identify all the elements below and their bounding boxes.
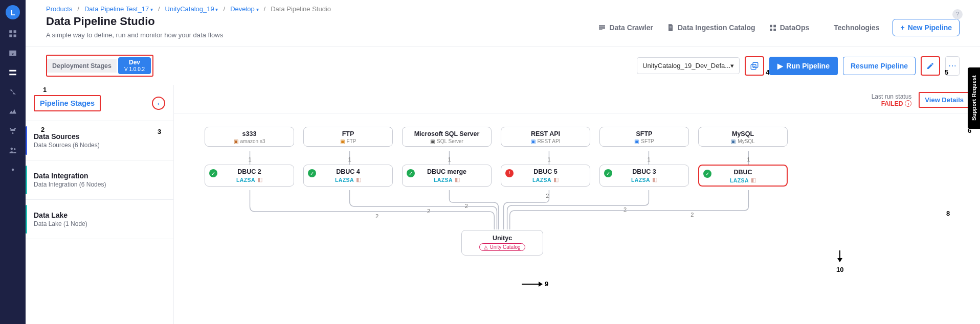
environment-select[interactable]: UnityCatalog_19_Dev_Defa... ▾	[637, 57, 740, 74]
chevron-left-icon: ‹	[158, 100, 160, 107]
node-source-mysql[interactable]: MySQL ▣MySQL	[698, 127, 788, 147]
node-int-dbuc3[interactable]: ✓ DBUC 3 LAZSA◧	[599, 165, 689, 187]
crumb-current: Data Pipeline Studio	[271, 5, 331, 13]
cube-icon: ◧	[553, 176, 559, 183]
amazon-s3-icon: ▣	[234, 138, 238, 144]
view-details-button[interactable]: View Details	[919, 92, 970, 108]
svg-point-6	[10, 128, 11, 129]
play-icon: ▶	[777, 62, 783, 70]
svg-text:2: 2	[623, 206, 627, 213]
nav-settings-icon[interactable]	[8, 165, 18, 175]
svg-text:1: 1	[348, 156, 351, 163]
global-nav-sidebar: L	[0, 0, 26, 324]
nav-dataops[interactable]: DataOps	[769, 24, 810, 32]
pipeline-stages-title: Pipeline Stages	[34, 95, 101, 111]
run-pipeline-button[interactable]: ▶ Run Pipeline	[769, 57, 838, 75]
page-subtitle: A simple way to define, run and monitor …	[46, 31, 223, 39]
crumb-unitycatalog[interactable]: UnityCatalog_19	[165, 5, 218, 13]
deployment-stages-block[interactable]: Deployment Stages Dev V 1.0.0.2	[46, 55, 153, 77]
annotation-arrow-9	[522, 284, 542, 285]
nav-pipeline-icon[interactable]	[8, 67, 18, 78]
svg-rect-16	[773, 25, 776, 28]
collapse-stages-button[interactable]: ‹	[152, 97, 165, 110]
stage-data-sources[interactable]: Data Sources Data Sources (6 Nodes)	[26, 121, 173, 160]
breadcrumb: Products Data Pipeline Test_17 UnityCata…	[26, 0, 980, 13]
nav-analytics-icon[interactable]	[8, 106, 18, 117]
node-source-mssql[interactable]: Microsoft SQL Server ▣SQL Server	[402, 127, 492, 147]
resume-pipeline-button[interactable]: Resume Pipeline	[843, 57, 916, 75]
stage-data-integration[interactable]: Data Integration Data Integration (6 Nod…	[26, 160, 173, 200]
annotation-1: 1	[43, 86, 47, 94]
ftp-icon: ▣	[340, 138, 345, 144]
nav-data-ingestion[interactable]: Data Ingestion Catalog	[666, 24, 755, 32]
svg-point-8	[12, 132, 14, 134]
edit-button[interactable]	[921, 56, 940, 76]
svg-rect-5	[9, 74, 16, 75]
stage-data-lake[interactable]: Data Lake Data Lake (1 Node)	[26, 200, 173, 239]
status-ok-icon: ✓	[604, 169, 612, 177]
sftp-icon: ▣	[634, 138, 639, 144]
nav-data-crawler[interactable]: Data Crawler	[598, 24, 653, 32]
node-lake-unityc[interactable]: Unityc ◬Unity Catalog	[461, 230, 543, 256]
pipeline-canvas[interactable]: Last run status FAILED i View Details 1 …	[174, 85, 980, 324]
node-source-ftp[interactable]: FTP ▣FTP	[303, 127, 393, 147]
brand-logo[interactable]: L	[6, 5, 20, 19]
status-error-icon: !	[505, 169, 514, 177]
svg-text:2: 2	[427, 208, 430, 214]
svg-text:2: 2	[375, 213, 378, 219]
svg-text:1: 1	[448, 156, 451, 163]
deployment-stages-label: Deployment Stages	[47, 59, 117, 73]
node-int-dbuc2[interactable]: ✓ DBUC 2 LAZSA◧	[205, 165, 294, 187]
svg-text:1: 1	[547, 156, 550, 163]
node-int-dbucmerge[interactable]: ✓ DBUC merge LAZSA◧	[402, 165, 492, 187]
svg-rect-18	[773, 29, 776, 31]
cube-icon: ◧	[356, 176, 361, 183]
sqlserver-icon: ▣	[430, 138, 435, 144]
node-source-restapi[interactable]: REST API ▣REST API	[501, 127, 590, 147]
deployment-dev-chip[interactable]: Dev V 1.0.0.2	[118, 57, 151, 74]
copy-checklist-button[interactable]	[745, 56, 764, 76]
svg-point-11	[12, 169, 14, 171]
svg-text:2: 2	[546, 193, 549, 199]
svg-rect-3	[14, 35, 16, 37]
unity-catalog-icon: ◬	[484, 244, 488, 250]
cube-icon: ◧	[455, 176, 460, 183]
crumb-develop[interactable]: Develop	[230, 5, 258, 13]
svg-rect-13	[599, 27, 605, 29]
node-int-dbuc4[interactable]: ✓ DBUC 4 LAZSA◧	[303, 165, 393, 187]
annotation-8: 8	[946, 210, 950, 217]
svg-rect-12	[599, 25, 605, 27]
annotation-10: 10	[836, 266, 843, 273]
unity-catalog-chip: ◬Unity Catalog	[479, 243, 525, 251]
svg-rect-2	[9, 35, 12, 37]
svg-rect-4	[9, 70, 16, 72]
nav-org-icon[interactable]	[8, 126, 18, 136]
pipeline-stages-panel: Pipeline Stages ‹ Data Sources Data Sour…	[26, 85, 174, 324]
row-data-integration: ✓ DBUC 2 LAZSA◧ ✓ DBUC 4 LAZSA◧ ✓ DBUC m…	[174, 165, 980, 187]
annotation-5: 5	[945, 68, 948, 76]
new-pipeline-button[interactable]: + New Pipeline	[893, 19, 960, 36]
svg-text:1: 1	[747, 156, 750, 163]
plus-icon: +	[900, 24, 904, 32]
crumb-products[interactable]: Products	[46, 5, 72, 13]
support-request-tab[interactable]: Support Request	[968, 67, 980, 129]
node-int-dbuc[interactable]: ✓ DBUC LAZSA◧	[698, 165, 788, 187]
node-source-sftp[interactable]: SFTP ▣SFTP	[599, 127, 689, 147]
node-source-s333[interactable]: s333 ▣amazon s3	[205, 127, 294, 147]
help-icon[interactable]: ?	[952, 9, 963, 19]
node-int-dbuc5[interactable]: ! DBUC 5 LAZSA◧	[501, 165, 590, 187]
nav-dashboard-icon[interactable]	[8, 29, 18, 39]
svg-rect-14	[599, 29, 603, 30]
crumb-pipeline-test[interactable]: Data Pipeline Test_17	[84, 5, 153, 13]
info-icon[interactable]: i	[905, 100, 911, 107]
nav-technologies[interactable]: Technologies	[822, 24, 879, 32]
svg-rect-0	[9, 30, 12, 33]
status-ok-icon: ✓	[703, 170, 711, 178]
last-run-status-label: Last run status	[872, 93, 912, 100]
nav-users-icon[interactable]	[8, 145, 18, 155]
cube-icon: ◧	[257, 176, 262, 183]
nav-flow-icon[interactable]	[8, 87, 18, 97]
nav-inbox-icon[interactable]	[8, 48, 18, 58]
page-title: Data Pipeline Studio	[46, 15, 223, 28]
last-run-status-value: FAILED i	[881, 100, 912, 107]
